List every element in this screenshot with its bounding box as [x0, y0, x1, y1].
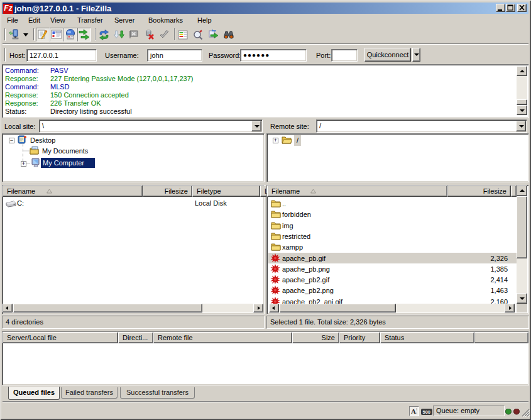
svg-text:500: 500 — [423, 409, 431, 415]
svg-text:A: A — [411, 407, 416, 415]
